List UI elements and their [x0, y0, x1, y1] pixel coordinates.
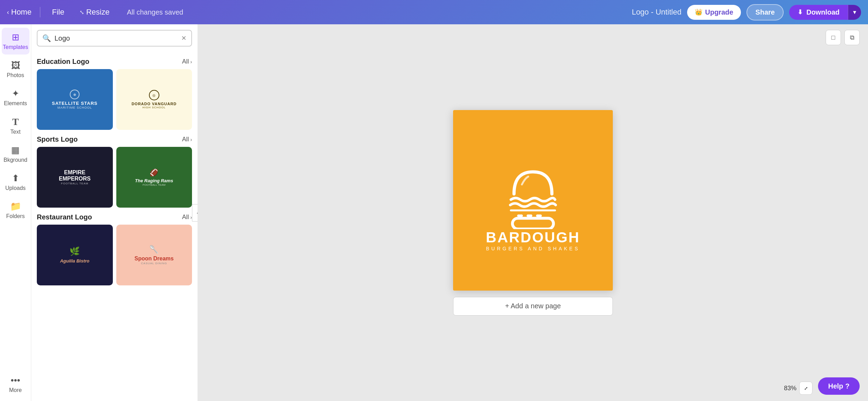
download-icon: ⬇: [798, 8, 803, 16]
notes-button[interactable]: □: [826, 30, 841, 45]
download-label: Download: [806, 8, 840, 16]
sidebar-item-photos[interactable]: 🖼 Photos: [2, 56, 30, 83]
sports-all-button[interactable]: All ›: [182, 136, 192, 143]
photos-icon: 🖼: [11, 60, 20, 71]
topbar: ‹ Home File ⤡ Resize All changes saved L…: [0, 0, 868, 24]
brand-name: BARDOUGH: [486, 229, 580, 246]
topbar-divider: [40, 7, 40, 17]
icon-sidebar: ⊞ Templates 🖼 Photos ✦ Elements T Text ▦…: [0, 24, 31, 401]
main-layout: ⊞ Templates 🖼 Photos ✦ Elements T Text ▦…: [0, 24, 868, 401]
edu1-logo-icon: ⊕: [73, 93, 76, 97]
download-dropdown-button[interactable]: ▾: [848, 5, 861, 20]
sidebar-item-text[interactable]: T Text: [2, 112, 30, 139]
sports-chevron-icon: ›: [190, 137, 192, 142]
template-sports1[interactable]: EMPIREEMPERORS FOOTBALL TEAM: [37, 147, 113, 208]
templates-icon: ⊞: [12, 32, 19, 43]
restaurant-section-header: Restaurant Logo All ›: [37, 213, 192, 221]
rest1-name: Aguilla Bistro: [60, 258, 90, 264]
saved-status: All changes saved: [127, 8, 183, 16]
zoom-controls: 83% ⤢: [784, 382, 812, 395]
education-templates-grid: ⊕ SATELLITE STARS MARITIME SCHOOL ◎ DORA…: [37, 69, 192, 130]
sports2-name: The Raging Rams: [135, 178, 173, 183]
edu1-sub: MARITIME SCHOOL: [57, 106, 92, 109]
sports-all-label: All: [182, 136, 189, 143]
sidebar-text-label: Text: [10, 129, 20, 135]
download-group: ⬇ Download ▾: [789, 5, 861, 20]
template-edu1[interactable]: ⊕ SATELLITE STARS MARITIME SCHOOL: [37, 69, 113, 130]
uploads-icon: ⬆: [12, 173, 19, 184]
sidebar-item-templates[interactable]: ⊞ Templates: [2, 28, 30, 55]
sports-section-title: Sports Logo: [37, 135, 78, 143]
sidebar-item-background[interactable]: ▦ Bkground: [2, 141, 30, 167]
template-rest1[interactable]: 🌿 Aguilla Bistro: [37, 225, 113, 285]
file-menu-button[interactable]: File: [49, 6, 68, 19]
sports1-name: EMPIREEMPERORS: [59, 169, 91, 182]
restaurant-all-button[interactable]: All ›: [182, 214, 192, 221]
topbar-right: Logo - Untitled 👑 Upgrade Share ⬇ Downlo…: [632, 4, 861, 20]
copy-button[interactable]: ⧉: [844, 30, 860, 45]
upgrade-button[interactable]: 👑 Upgrade: [687, 5, 741, 20]
sidebar-elements-label: Elements: [4, 100, 27, 107]
copy-icon: ⧉: [850, 34, 854, 41]
background-icon: ▦: [11, 145, 20, 156]
expand-icon: ⤢: [804, 386, 808, 391]
svg-rect-2: [527, 214, 532, 217]
education-all-button[interactable]: All ›: [182, 58, 192, 65]
home-label: Home: [11, 8, 32, 17]
edu2-logo-circle: ◎: [149, 90, 159, 100]
sidebar-more-label: More: [9, 387, 22, 393]
clear-search-button[interactable]: ✕: [181, 34, 186, 42]
search-bar: 🔍 ✕: [37, 30, 192, 47]
add-page-button[interactable]: + Add a new page: [453, 297, 613, 316]
sidebar-background-label: Bkground: [3, 157, 27, 163]
resize-icon: ⤡: [80, 9, 84, 16]
canvas-toolbar: □ ⧉: [826, 30, 860, 45]
edu2-name: DORADO VANGUARD: [132, 102, 177, 106]
upgrade-label: Upgrade: [705, 8, 733, 16]
document-title: Logo - Untitled: [632, 8, 682, 17]
education-all-label: All: [182, 58, 189, 65]
template-rest2[interactable]: 🥄 Spoon Dreams CASUAL DINING: [116, 225, 192, 285]
zoom-level: 83%: [784, 385, 796, 392]
template-edu2[interactable]: ◎ DORADO VANGUARD HIGH SCHOOL: [116, 69, 192, 130]
hide-panel-button[interactable]: ‹: [192, 204, 198, 222]
edu2-logo-icon: ◎: [152, 93, 156, 97]
chevron-left-icon: ‹: [7, 9, 9, 16]
rest1-leaf-icon: 🌿: [69, 247, 80, 256]
education-section-title: Education Logo: [37, 58, 89, 66]
sidebar-item-more[interactable]: ••• More: [2, 371, 30, 398]
rest2-spoon-icon: 🥄: [149, 245, 159, 254]
education-chevron-icon: ›: [190, 59, 192, 65]
sidebar-photos-label: Photos: [7, 72, 24, 78]
resize-button[interactable]: ⤡ Resize: [76, 6, 113, 19]
template-sports2[interactable]: 🏈 The Raging Rams FOOTBALL TEAM: [116, 147, 192, 208]
svg-rect-1: [517, 214, 523, 217]
home-button[interactable]: ‹ Home: [7, 8, 32, 17]
edu1-name: SATELLITE STARS: [52, 101, 98, 106]
logo-canvas[interactable]: BARDOUGH BURGERS AND SHAKES: [453, 110, 613, 291]
sidebar-item-folders[interactable]: 📁 Folders: [2, 197, 30, 224]
sidebar-item-uploads[interactable]: ⬆ Uploads: [2, 169, 30, 195]
more-icon: •••: [11, 375, 20, 386]
sports1-content: EMPIREEMPERORS FOOTBALL TEAM: [59, 169, 91, 185]
rest2-name: Spoon Dreams: [134, 256, 174, 262]
help-button[interactable]: Help ?: [818, 377, 860, 395]
templates-content: Education Logo All › ⊕ SATELLITE STARS M…: [31, 52, 198, 401]
share-button[interactable]: Share: [746, 4, 784, 20]
text-icon: T: [12, 116, 19, 127]
download-button[interactable]: ⬇ Download: [789, 5, 848, 20]
help-icon: ?: [845, 382, 850, 390]
edu1-logo-circle: ⊕: [70, 90, 80, 99]
search-input[interactable]: [55, 34, 178, 42]
sidebar-templates-label: Templates: [3, 44, 28, 50]
sidebar-uploads-label: Uploads: [5, 185, 26, 191]
topbar-left: ‹ Home File ⤡ Resize All changes saved: [7, 6, 183, 19]
sports2-ball-icon: 🏈: [135, 168, 173, 177]
burger-illustration: [498, 149, 568, 229]
education-section-header: Education Logo All ›: [37, 58, 192, 66]
search-icon: 🔍: [42, 34, 51, 42]
elements-icon: ✦: [12, 88, 19, 99]
svg-rect-3: [536, 214, 542, 217]
sidebar-item-elements[interactable]: ✦ Elements: [2, 84, 30, 111]
zoom-expand-button[interactable]: ⤢: [799, 382, 812, 395]
